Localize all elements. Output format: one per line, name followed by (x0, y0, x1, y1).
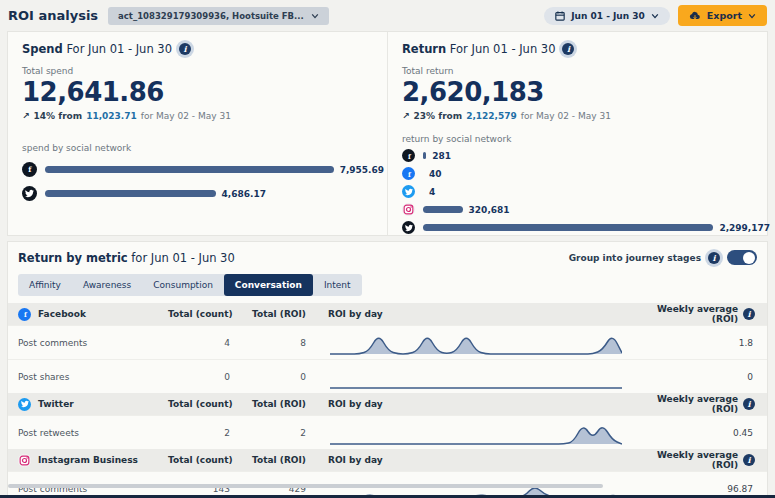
spend-bar-facebook: f 7,955.69 (22, 162, 373, 177)
twitter-icon (402, 185, 415, 198)
col-header-roi-by-day: ROI by day (316, 309, 636, 319)
col-header-weekly: Weekly average (ROI) (636, 450, 738, 470)
facebook-icon: f (22, 162, 37, 177)
date-range-picker[interactable]: Jun 01 - Jun 30 (544, 7, 670, 25)
col-header-count: Total (count) (168, 309, 240, 319)
spend-delta-period: for May 02 - May 31 (141, 111, 231, 121)
spend-bar-value: 7,955.69 (340, 165, 384, 175)
spend-delta-pct: 14% from (34, 111, 83, 121)
return-bar-value: 40 (429, 169, 442, 179)
page-title: ROI analysis (8, 8, 98, 23)
group-journey-toggle[interactable] (727, 250, 757, 265)
metric-count: 2 (168, 428, 240, 438)
tab-awareness[interactable]: Awareness (72, 274, 142, 296)
return-title-label: Return (402, 42, 446, 56)
metric-weekly-avg: 0.45 (636, 428, 767, 438)
section-network-name: Twitter (38, 399, 74, 409)
spend-title-label: Spend (22, 42, 63, 56)
return-by-metric-card: Return by metric for Jun 01 - Jun 30 Gro… (7, 241, 768, 498)
trend-up-icon: ↗ (402, 111, 410, 121)
return-delta-period: for May 02 - May 31 (521, 111, 611, 121)
col-header-weekly: Weekly average (ROI) (636, 394, 738, 414)
spend-bar (45, 166, 334, 173)
spend-prev-value-link[interactable]: 11,023.71 (86, 111, 137, 121)
chevron-down-icon (651, 12, 659, 20)
section-header-instagram: Instagram Business Total (count) Total (… (8, 449, 767, 471)
tab-consumption[interactable]: Consumption (142, 274, 224, 296)
tab-conversation[interactable]: Conversation (224, 274, 313, 296)
metric-name: Post shares (8, 372, 168, 382)
return-bar-twitter-dark: 2,299,177 (402, 221, 753, 234)
total-return-label: Total return (402, 66, 753, 76)
return-bar-facebook-dark: f 281 (402, 149, 753, 162)
facebook-icon: f (402, 167, 415, 180)
calendar-icon (555, 11, 565, 21)
return-panel: Return For Jun 01 - Jun 30 i Total retur… (387, 32, 767, 235)
return-bar-value: 2,299,177 (719, 223, 770, 233)
info-icon[interactable]: i (743, 398, 755, 410)
section-header-facebook: f Facebook Total (count) Total (ROI) ROI… (8, 303, 767, 325)
twitter-icon (18, 398, 31, 411)
roi-sparkline (316, 329, 636, 357)
export-button-label: Export (707, 10, 742, 21)
twitter-icon (22, 186, 37, 201)
cloud-download-icon (689, 11, 701, 21)
export-button[interactable]: Export (678, 5, 767, 26)
col-header-count: Total (count) (168, 455, 240, 465)
info-icon[interactable]: i (708, 252, 720, 264)
metric-roi: 0 (240, 372, 316, 382)
metric-count: 4 (168, 338, 240, 348)
tab-affinity[interactable]: Affinity (18, 274, 72, 296)
facebook-icon: f (402, 149, 415, 162)
return-bar (423, 206, 463, 213)
spend-period: For Jun 01 - Jun 30 (66, 42, 172, 56)
return-bar-value: 320,681 (469, 205, 510, 215)
return-bar-facebook-blue: f 40 (402, 167, 753, 180)
col-header-roi-by-day: ROI by day (316, 399, 636, 409)
col-header-roi: Total (ROI) (240, 309, 316, 319)
table-row-fb-post-shares: Post shares 0 0 0 (8, 359, 767, 393)
metric-weekly-avg: 0 (636, 372, 767, 382)
svg-text:f: f (407, 152, 411, 160)
metric-name: Post comments (8, 338, 168, 348)
section-network-name: Instagram Business (38, 455, 138, 465)
group-journey-label: Group into journey stages (569, 253, 701, 263)
info-icon[interactable]: i (743, 308, 755, 320)
spend-bar (45, 190, 216, 197)
return-bar-value: 281 (432, 151, 451, 161)
col-header-roi: Total (ROI) (240, 455, 316, 465)
metric-roi: 8 (240, 338, 316, 348)
table-row-fb-post-comments: Post comments 4 8 1.8 (8, 325, 767, 359)
instagram-icon (402, 203, 415, 216)
instagram-icon (18, 454, 31, 467)
spend-panel: Spend For Jun 01 - Jun 30 i Total spend … (8, 32, 387, 235)
return-delta-pct: 23% from (414, 111, 463, 121)
spend-by-network-label: spend by social network (22, 143, 373, 153)
return-prev-value-link[interactable]: 2,122,579 (466, 111, 517, 121)
chevron-down-icon (311, 12, 319, 20)
roi-sparkline (316, 419, 636, 447)
table-row-tw-post-retweets: Post retweets 2 2 0.45 (8, 415, 767, 449)
metrics-title: Return by metric (18, 251, 128, 265)
info-icon[interactable]: i (179, 43, 191, 55)
section-header-twitter: Twitter Total (count) Total (ROI) ROI by… (8, 393, 767, 415)
metric-stage-tabs: Affinity Awareness Consumption Conversat… (18, 274, 362, 296)
account-dropdown[interactable]: act_108329179309936, Hootsuite FB... (108, 7, 329, 25)
info-icon[interactable]: i (562, 43, 574, 55)
tab-intent[interactable]: Intent (313, 274, 362, 296)
return-period: For Jun 01 - Jun 30 (450, 42, 556, 56)
horizontal-scrollbar[interactable] (8, 484, 603, 488)
return-bar-instagram: 320,681 (402, 203, 753, 216)
account-dropdown-label: act_108329179309936, Hootsuite FB... (118, 11, 304, 21)
spend-return-card: Spend For Jun 01 - Jun 30 i Total spend … (7, 31, 768, 236)
col-header-weekly: Weekly average (ROI) (636, 304, 738, 324)
roi-sparkline (316, 363, 636, 391)
twitter-icon (402, 221, 415, 234)
date-range-label: Jun 01 - Jun 30 (571, 11, 645, 21)
info-icon[interactable]: i (743, 454, 755, 466)
facebook-icon: f (18, 308, 31, 321)
svg-text:f: f (23, 311, 27, 319)
spend-delta: ↗ 14% from 11,023.71 for May 02 - May 31 (22, 111, 373, 121)
trend-up-icon: ↗ (22, 111, 30, 121)
metric-weekly-avg: 96.87 (636, 484, 767, 494)
